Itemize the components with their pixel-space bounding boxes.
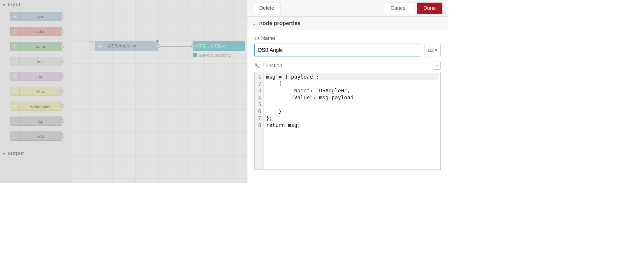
radio-icon: ⦿: [10, 72, 20, 81]
function-field-label: 🔧 Function: [254, 63, 282, 69]
palette-node-label: inject: [20, 14, 62, 19]
globe-icon: ●: [10, 87, 20, 96]
palette-node-label: udp: [20, 134, 62, 139]
section-title: node properties: [259, 20, 301, 26]
palette-node-http[interactable]: ●http: [10, 87, 62, 96]
arrow-right-icon: ➔: [10, 12, 20, 21]
palette-node-mqtt[interactable]: ⦿mqtt: [10, 72, 62, 81]
palette-port: [60, 119, 64, 123]
globe-icon: ●: [10, 102, 20, 110]
flow-node-opcua-client[interactable]: OPC UA Client: [193, 41, 245, 51]
book-icon: 📖: [428, 47, 434, 53]
palette-category-output[interactable]: ▾ output: [0, 149, 72, 158]
palette-node-label: catch: [20, 29, 62, 34]
palette-port: [60, 75, 64, 78]
chevron-down-icon: ▾: [3, 151, 5, 156]
palette-node-label: mqtt: [20, 74, 62, 79]
palette-node-udp[interactable]: ≣udp: [10, 132, 62, 141]
editor-toolbar: Delete Cancel Done: [247, 0, 448, 17]
palette-port: [60, 60, 64, 63]
inject-button[interactable]: [89, 41, 95, 51]
flow-node-label: DS0.Angle ↻: [105, 43, 139, 49]
refresh-icon: ↻: [132, 44, 136, 48]
palette-node-link[interactable]: ⇆link: [10, 57, 62, 66]
flow-canvas[interactable]: ➔ DS0.Angle ↻ OPC UA Client active subsc…: [72, 0, 247, 183]
chevron-down-icon: ⌄: [253, 21, 256, 26]
status-dot-icon: [193, 53, 197, 57]
palette-category-label: output: [8, 150, 24, 157]
palette-node-websocket[interactable]: ●websocket: [10, 102, 62, 111]
palette-port: [60, 134, 64, 138]
palette-node-label: tcp: [20, 119, 62, 124]
bars-icon: ≣: [10, 117, 20, 125]
chevron-down-icon: ▾: [3, 3, 5, 7]
palette-port: [60, 30, 64, 33]
palette-node-status[interactable]: !status: [10, 42, 62, 51]
alert-icon: !: [10, 27, 20, 36]
palette-node-catch[interactable]: !catch: [10, 27, 62, 36]
palette-port: [60, 104, 64, 108]
palette-port: [60, 89, 64, 93]
tag-icon: 🏷: [254, 36, 259, 41]
palette-node-inject[interactable]: ➔inject: [10, 12, 62, 21]
palette-node-label: status: [20, 44, 62, 49]
palette-node-label: link: [20, 59, 62, 64]
cancel-button[interactable]: Cancel: [384, 3, 413, 14]
wire: [158, 46, 193, 47]
node-status-text: active subscribing: [199, 53, 231, 58]
code-gutter: 12345678: [255, 72, 264, 169]
flow-node-label: OPC UA Client: [193, 43, 230, 49]
name-input[interactable]: [254, 44, 421, 56]
bars-icon: ≣: [10, 132, 20, 140]
palette-node-label: http: [20, 89, 62, 94]
node-changed-indicator: [155, 39, 159, 43]
section-node-properties[interactable]: ⌄ node properties: [247, 17, 448, 30]
done-button[interactable]: Done: [417, 3, 442, 14]
expand-icon: ⤢: [435, 64, 438, 68]
alert-icon: !: [10, 42, 20, 51]
node-editor-panel: Delete Cancel Done ⌄ node properties 🏷 N…: [247, 0, 448, 183]
palette-node-tcp[interactable]: ≣tcp: [10, 117, 62, 126]
palette-port: [60, 15, 64, 18]
wrench-icon: 🔧: [254, 63, 260, 68]
palette-sidebar: ▾ input ➔inject!catch!status⇆link⦿mqtt●h…: [0, 0, 72, 183]
palette-node-label: websocket: [20, 104, 62, 109]
arrow-right-icon: ➔: [95, 41, 105, 51]
node-port-out[interactable]: [157, 44, 160, 48]
bookmark-dropdown-button[interactable]: 📖 ▾: [425, 44, 441, 56]
palette-category-input[interactable]: ▾ input: [0, 0, 72, 9]
node-port-in[interactable]: [191, 44, 195, 48]
expand-editor-button[interactable]: ⤢: [433, 62, 441, 70]
delete-button[interactable]: Delete: [253, 3, 281, 14]
flow-node-inject[interactable]: ➔ DS0.Angle ↻: [95, 41, 158, 51]
node-status: active subscribing: [193, 53, 231, 58]
function-code-editor[interactable]: 12345678 msg = { payload : { "Name": "DS…: [254, 72, 441, 170]
chevron-down-icon: ▾: [435, 47, 437, 53]
palette-port: [60, 45, 64, 48]
link-icon: ⇆: [10, 57, 20, 66]
name-field-label: 🏷 Name: [254, 35, 441, 41]
palette-category-label: input: [8, 2, 20, 8]
code-content[interactable]: msg = { payload : { "Name": "DSAngle0", …: [264, 72, 440, 169]
